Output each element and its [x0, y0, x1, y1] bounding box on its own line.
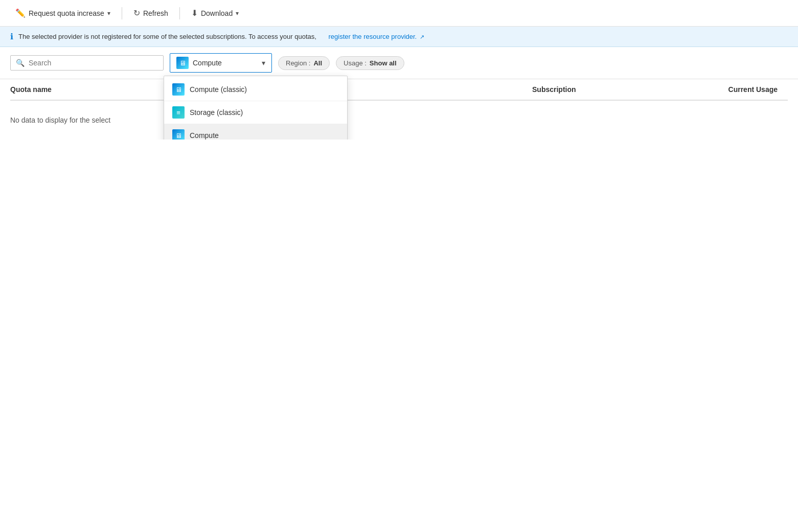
refresh-button[interactable]: ↻ Refresh — [128, 5, 173, 21]
dropdown-item-compute[interactable]: 🖥Compute — [164, 124, 347, 140]
search-box[interactable]: 🔍 — [10, 55, 164, 71]
search-input[interactable] — [29, 59, 158, 67]
col-header-subscription: Subscription — [532, 85, 686, 94]
refresh-icon: ↻ — [133, 8, 140, 18]
compute-label: Compute — [190, 131, 219, 140]
request-quota-button[interactable]: ✏️ Request quota increase ▾ — [10, 5, 116, 21]
col-header-usage: Current Usage — [686, 85, 788, 94]
toolbar: ✏️ Request quota increase ▾ ↻ Refresh ⬇ … — [0, 0, 798, 27]
external-link-icon: ↗ — [420, 34, 424, 40]
toolbar-divider — [122, 7, 122, 19]
usage-filter[interactable]: Usage : Show all — [336, 56, 404, 70]
chevron-down-icon-3: ▾ — [262, 59, 265, 67]
storage-classic-label: Storage (classic) — [190, 108, 243, 117]
info-icon: ℹ — [10, 32, 13, 41]
compute-icon: 🖥 — [172, 129, 185, 140]
compute-classic-icon: 🖥 — [172, 83, 185, 96]
chevron-down-icon-2: ▾ — [236, 10, 239, 17]
table-header: Quota name Subscription Current Usage — [10, 79, 788, 101]
table-area: Quota name Subscription Current Usage No… — [0, 79, 798, 140]
toolbar-divider-2 — [179, 7, 180, 19]
region-filter[interactable]: Region : All — [278, 56, 330, 70]
provider-dropdown[interactable]: 🖥 Compute ▾ — [170, 53, 272, 73]
filter-bar: 🔍 🖥 Compute ▾ Region : All Usage : Show … — [0, 47, 798, 79]
pencil-icon: ✏️ — [15, 8, 26, 18]
compute-classic-label: Compute (classic) — [190, 85, 247, 94]
download-icon: ⬇ — [191, 8, 198, 18]
download-button[interactable]: ⬇ Download ▾ — [186, 5, 244, 21]
search-icon: 🔍 — [16, 59, 25, 67]
storage-classic-icon: ≡ — [172, 106, 185, 119]
info-banner: ℹ The selected provider is not registere… — [0, 27, 798, 47]
compute-icon: 🖥 — [176, 57, 189, 69]
register-provider-link[interactable]: register the resource provider. ↗ — [329, 33, 424, 40]
chevron-down-icon: ▾ — [107, 10, 110, 17]
provider-dropdown-menu: 🖥Compute (classic)≡Storage (classic)🖥Com… — [164, 76, 348, 140]
dropdown-item-compute-classic[interactable]: 🖥Compute (classic) — [164, 78, 347, 101]
table-empty-message: No data to display for the select — [10, 101, 788, 140]
dropdown-item-storage-classic[interactable]: ≡Storage (classic) — [164, 101, 347, 124]
